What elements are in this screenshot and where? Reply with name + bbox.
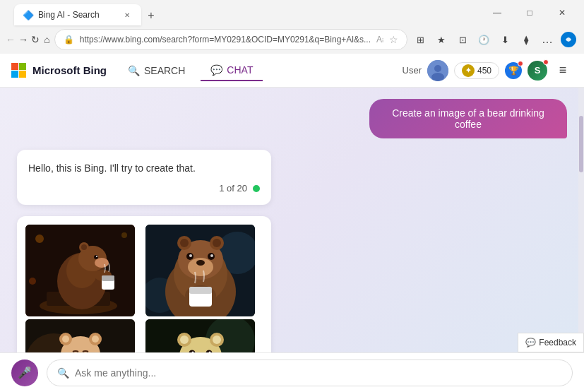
svg-point-46 (62, 335, 69, 343)
svg-point-19 (121, 232, 127, 238)
collections-icon[interactable]: ⊡ (453, 30, 472, 49)
svg-point-18 (35, 234, 44, 243)
svg-point-12 (95, 258, 109, 268)
bear-image-3[interactable] (25, 319, 135, 352)
bear-image-4[interactable] (145, 319, 255, 352)
svg-point-28 (180, 239, 189, 247)
rewards-notification-dot (518, 61, 523, 66)
header-nav-tabs: 🔍 SEARCH 💬 CHAT (118, 60, 263, 81)
settings-more-icon[interactable]: … (537, 30, 557, 49)
active-tab[interactable]: 🔷 Bing AI - Search ✕ (14, 4, 141, 25)
svg-point-32 (196, 260, 205, 266)
green-status-dot (253, 185, 260, 192)
microsoft-logo-icon (11, 63, 27, 78)
chat-tab-label: CHAT (227, 64, 253, 76)
profile-s-avatar[interactable]: S (528, 61, 547, 81)
downloads-icon[interactable]: ⬇ (495, 30, 515, 49)
tab-favicon: 🔷 (23, 10, 34, 20)
svg-point-2 (434, 65, 441, 72)
chat-tab-icon: 💬 (210, 64, 222, 76)
user-message-text: Create an image of a bear drinking coffe… (392, 107, 544, 130)
tab-close-button[interactable]: ✕ (121, 9, 133, 20)
bot-response-card: Hello, this is Bing. I'll try to create … (17, 150, 271, 205)
mic-icon: 🎤 (18, 366, 32, 379)
menu-icon: ≡ (559, 63, 567, 78)
profile-notification-dot (543, 59, 549, 65)
new-tab-icon: + (148, 9, 154, 22)
points-badge[interactable]: ✦ 450 (454, 62, 499, 79)
input-search-icon: 🔍 (57, 367, 69, 379)
maximize-button[interactable]: □ (513, 1, 546, 24)
search-tab-label: SEARCH (144, 65, 185, 76)
app-header: Microsoft Bing 🔍 SEARCH 💬 CHAT User (0, 54, 584, 88)
svg-point-11 (81, 244, 87, 250)
svg-point-61 (180, 335, 189, 344)
rewards-icon[interactable]: 🏆 (505, 62, 522, 79)
new-tab-button[interactable]: + (141, 6, 161, 25)
scrollbar-thumb[interactable] (579, 116, 583, 172)
profile-initial: S (535, 65, 541, 76)
title-bar: 🔷 Bing AI - Search ✕ + — □ ✕ (0, 0, 584, 25)
bot-response-text: Hello, this is Bing. I'll try to create … (28, 161, 260, 176)
tab-title: Bing AI - Search (38, 10, 100, 20)
star-icon: ☆ (389, 34, 398, 45)
trophy-icon: 🏆 (508, 66, 519, 76)
tabs-area: 🔷 Bing AI - Search ✕ + (14, 0, 475, 25)
minimize-icon: — (493, 8, 501, 18)
user-avatar[interactable] (427, 60, 448, 81)
chat-input[interactable] (75, 367, 562, 379)
svg-point-34 (189, 254, 192, 257)
back-button[interactable]: ← (6, 30, 16, 49)
svg-point-36 (210, 254, 213, 257)
scrollbar[interactable] (578, 88, 584, 352)
header-menu-button[interactable]: ≡ (553, 61, 573, 81)
main-content-area: Microsoft Bing 🔍 SEARCH 💬 CHAT User (0, 54, 584, 392)
forward-button[interactable]: → (18, 30, 28, 49)
home-button[interactable]: ⌂ (42, 30, 51, 49)
coin-icon: ✦ (462, 64, 475, 77)
svg-rect-39 (189, 287, 212, 294)
svg-point-30 (213, 239, 221, 247)
user-message-container: Create an image of a bear drinking coffe… (17, 99, 567, 138)
logo-text: Microsoft Bing (32, 64, 107, 76)
search-tab[interactable]: 🔍 SEARCH (118, 61, 195, 81)
chat-tab[interactable]: 💬 CHAT (201, 60, 263, 81)
lock-icon: 🔒 (64, 35, 74, 44)
minimize-button[interactable]: — (481, 1, 513, 24)
svg-point-14 (96, 256, 97, 257)
close-button[interactable]: ✕ (546, 1, 578, 24)
chat-input-container[interactable]: 🔍 (47, 360, 573, 386)
window-actions: — □ ✕ (481, 1, 578, 24)
navigation-bar: ← → ↻ ⌂ 🔒 https://www.bing.com/search?fo… (0, 25, 584, 54)
microphone-button[interactable]: 🎤 (11, 360, 38, 386)
points-value: 450 (477, 66, 491, 76)
svg-point-13 (94, 255, 98, 259)
nav-action-icons: ⊞ ★ ⊡ 🕐 ⬇ ⧫ … (410, 30, 578, 49)
svg-point-20 (29, 278, 36, 285)
search-tab-icon: 🔍 (128, 65, 140, 76)
bing-copilot-button[interactable] (559, 30, 578, 49)
close-icon: ✕ (559, 8, 566, 18)
header-right-section: User ✦ 450 🏆 S (403, 60, 573, 81)
feedback-label: Feedback (539, 338, 576, 348)
feedback-icon: 💬 (525, 338, 536, 348)
split-screen-icon[interactable]: ⊞ (410, 30, 430, 49)
bear-image-1[interactable] (25, 225, 135, 316)
refresh-button[interactable]: ↻ (31, 30, 40, 49)
counter-text: 1 of 20 (219, 183, 247, 194)
svg-rect-17 (102, 275, 114, 281)
read-aloud-icon: Aᵢ (376, 35, 383, 44)
microsoft-bing-logo: Microsoft Bing (11, 63, 107, 78)
input-area: 🎤 🔍 (0, 352, 584, 392)
chat-area: Create an image of a bear drinking coffe… (0, 88, 584, 352)
feedback-button[interactable]: 💬 Feedback (518, 333, 584, 352)
svg-point-63 (213, 335, 221, 344)
address-bar[interactable]: 🔒 https://www.bing.com/search?form=MY029… (54, 29, 407, 50)
favorites-icon[interactable]: ★ (431, 30, 451, 49)
maximize-icon: □ (527, 8, 532, 18)
user-message-bubble: Create an image of a bear drinking coffe… (369, 99, 567, 138)
bot-counter: 1 of 20 (28, 183, 260, 194)
extensions-icon[interactable]: ⧫ (516, 30, 536, 49)
bear-image-2[interactable] (145, 225, 255, 316)
history-icon[interactable]: 🕐 (474, 30, 494, 49)
